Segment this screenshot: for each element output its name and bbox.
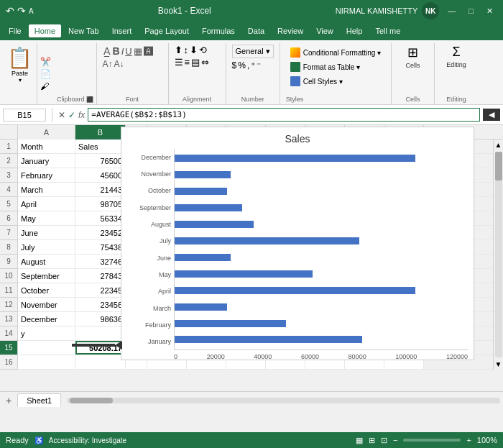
font-decrease-button[interactable]: A↓	[114, 59, 124, 69]
autosum-button[interactable]: Σ	[453, 45, 461, 60]
col-header-b[interactable]: B	[75, 125, 126, 140]
cell-a5[interactable]: April	[18, 197, 75, 211]
cell-b7[interactable]: 23452	[75, 226, 126, 239]
cell-b12[interactable]: 23456	[75, 298, 126, 311]
menu-help[interactable]: Help	[341, 24, 369, 37]
row-num-1[interactable]: 1	[0, 140, 17, 154]
row-num-12[interactable]: 12	[0, 298, 17, 312]
cell-a11[interactable]: October	[18, 283, 75, 297]
cell-b9[interactable]: 32746	[75, 255, 126, 268]
row-num-5[interactable]: 5	[0, 197, 17, 211]
formula-input[interactable]	[88, 108, 480, 122]
sheet-tab-sheet1[interactable]: Sheet1	[17, 393, 61, 407]
cell-b5[interactable]: 98705	[75, 197, 126, 211]
cell-a3[interactable]: February	[18, 168, 75, 182]
menu-file[interactable]: File	[3, 24, 27, 37]
align-center-button[interactable]: ≡	[185, 57, 190, 68]
conditional-formatting-button[interactable]: Conditional Formatting ▾	[286, 46, 385, 59]
format-painter-button[interactable]: 🖌	[40, 81, 51, 91]
bold-button[interactable]: B	[113, 45, 120, 57]
menu-data[interactable]: Data	[242, 24, 270, 37]
cell-b1[interactable]: Sales	[75, 140, 126, 153]
decimal-increase-button[interactable]: ⁺	[251, 60, 255, 70]
row-num-11[interactable]: 11	[0, 283, 17, 298]
wrap-text-button[interactable]: ⟲	[199, 45, 207, 55]
cell-styles-button[interactable]: Cell Styles ▾	[286, 75, 385, 88]
undo-button[interactable]: ↶	[6, 5, 14, 17]
zoom-slider[interactable]	[403, 439, 461, 442]
view-page-icon[interactable]: ⊞	[369, 436, 375, 445]
zoom-minus-button[interactable]: −	[393, 436, 397, 444]
format-as-table-button[interactable]: Format as Table ▾	[286, 60, 385, 73]
row-num-10[interactable]: 10	[0, 269, 17, 283]
number-format-select[interactable]: General ▾	[232, 45, 274, 58]
scrollbar-thumb-v[interactable]	[495, 152, 502, 180]
percent-button[interactable]: %	[238, 60, 246, 70]
row-num-3[interactable]: 3	[0, 168, 17, 183]
cell-a16[interactable]	[18, 355, 75, 369]
menu-home[interactable]: Home	[29, 24, 61, 37]
menu-newtab[interactable]: New Tab	[63, 24, 105, 37]
cell-a13[interactable]: December	[18, 312, 75, 326]
cell-b6[interactable]: 56334	[75, 211, 126, 225]
user-avatar[interactable]: NK	[422, 2, 439, 19]
underline-button[interactable]: U	[125, 46, 131, 57]
align-middle-button[interactable]: ↕	[184, 45, 189, 55]
menu-formulas[interactable]: Formulas	[196, 24, 241, 37]
menu-review[interactable]: Review	[272, 24, 309, 37]
scrollbar-track-v[interactable]	[495, 152, 502, 357]
menu-tellme[interactable]: Tell me	[369, 24, 406, 37]
cell-b16[interactable]	[75, 355, 126, 369]
zoom-plus-button[interactable]: +	[466, 436, 471, 444]
align-left-button[interactable]: ☰	[175, 57, 183, 68]
maximize-button[interactable]: □	[464, 5, 478, 17]
clipboard-expand-icon[interactable]: ⬛	[86, 96, 93, 103]
cell-b2[interactable]: 76500	[75, 154, 126, 168]
col-header-a[interactable]: A	[18, 125, 75, 140]
decimal-decrease-button[interactable]: ⁻	[257, 60, 261, 70]
cell-a15[interactable]	[18, 341, 75, 355]
merge-button[interactable]: ⇔	[201, 57, 209, 68]
paste-button[interactable]: 📋 Paste ▾	[3, 43, 37, 104]
row-num-13[interactable]: 13	[0, 312, 17, 326]
fill-color-button[interactable]: 🅰	[144, 46, 153, 57]
row-num-7[interactable]: 7	[0, 226, 17, 240]
horizontal-scrollbar[interactable]	[64, 392, 503, 408]
menu-view[interactable]: View	[310, 24, 339, 37]
cell-a8[interactable]: July	[18, 240, 75, 254]
cell-a12[interactable]: November	[18, 298, 75, 311]
comma-button[interactable]: ,	[247, 60, 249, 70]
confirm-formula-button[interactable]: ✓	[68, 110, 75, 120]
row-num-14[interactable]: 14	[0, 326, 17, 341]
cell-b8[interactable]: 75438	[75, 240, 126, 254]
align-right-button[interactable]: ▤	[191, 57, 200, 68]
cell-b10[interactable]: 27843	[75, 269, 126, 283]
row-num-15[interactable]: 15	[0, 341, 17, 355]
insert-function-button[interactable]: fx	[78, 110, 85, 120]
font-increase-button[interactable]: A↑	[103, 59, 113, 69]
cell-b4[interactable]: 21443	[75, 183, 126, 196]
cell-b3[interactable]: 45600	[75, 168, 126, 182]
cell-a2[interactable]: January	[18, 154, 75, 168]
cell-b14[interactable]	[75, 326, 126, 340]
font-color-button[interactable]: A̲	[103, 45, 111, 58]
align-bottom-button[interactable]: ⬇	[190, 45, 198, 55]
cut-button[interactable]: ✂️	[40, 57, 51, 67]
cell-b13[interactable]: 98636	[75, 312, 126, 326]
scroll-up-button[interactable]: ▲	[494, 140, 503, 150]
redo-button[interactable]: ↷	[17, 5, 26, 17]
row-num-16[interactable]: 16	[0, 355, 17, 370]
currency-button[interactable]: $	[232, 60, 237, 70]
scroll-down-button[interactable]: ▼	[494, 359, 503, 370]
copy-button[interactable]: 📄	[40, 69, 51, 79]
close-button[interactable]: ✕	[482, 5, 497, 17]
view-normal-icon[interactable]: ▦	[356, 436, 363, 445]
cell-a9[interactable]: August	[18, 255, 75, 268]
cell-a10[interactable]: September	[18, 269, 75, 283]
add-sheet-button[interactable]: +	[3, 395, 14, 406]
scrollbar-thumb-h[interactable]	[70, 398, 113, 403]
row-num-4[interactable]: 4	[0, 183, 17, 197]
cell-a7[interactable]: June	[18, 226, 75, 239]
vertical-scrollbar[interactable]: ▲ ▼	[493, 140, 503, 370]
cell-a1[interactable]: Month	[18, 140, 75, 153]
